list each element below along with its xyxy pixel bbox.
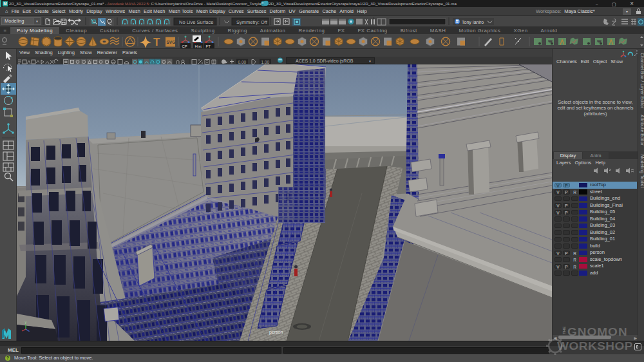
svg-text:No Live Surface: No Live Surface <box>179 19 213 25</box>
svg-text:T: T <box>153 36 160 48</box>
svg-text:CP: CP <box>182 44 187 48</box>
svg-text:Tony Ianiro: Tony Ianiro <box>462 20 484 25</box>
svg-text:Symmetry: Off: Symmetry: Off <box>236 19 268 25</box>
svg-text:y: y <box>25 320 27 324</box>
svg-text:Hist: Hist <box>195 44 202 48</box>
svg-text:SVG: SVG <box>167 40 176 44</box>
svg-text:1.00: 1.00 <box>261 60 270 64</box>
svg-text:0.00: 0.00 <box>238 60 247 64</box>
svg-text:person: person <box>269 330 283 335</box>
svg-text:FT: FT <box>206 44 211 48</box>
